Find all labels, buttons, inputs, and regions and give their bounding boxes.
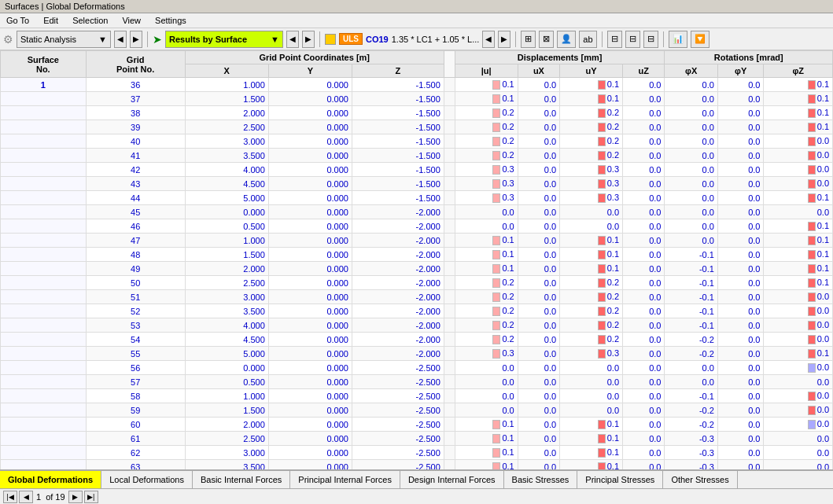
table-cell: -2.000 xyxy=(352,276,444,290)
dropdown-arrow-icon: ▼ xyxy=(98,35,107,44)
filter-btn[interactable]: 🔽 xyxy=(691,31,710,48)
table-cell: 0.0 xyxy=(623,446,665,460)
table-cell: -2.500 xyxy=(352,361,444,375)
table-row: 445.0000.000-1.5000.30.00.30.00.00.00.1 xyxy=(1,191,833,205)
view-btn-4[interactable]: ab xyxy=(579,31,596,48)
table-container[interactable]: SurfaceNo. GridPoint No. Grid Point Coor… xyxy=(0,50,833,469)
th-y: Y xyxy=(268,64,352,78)
spacer-cell xyxy=(444,234,455,248)
table-cell: 0.2 xyxy=(455,333,518,347)
table-cell xyxy=(1,234,87,248)
table-cell: 58 xyxy=(86,389,185,403)
prev-result-btn[interactable]: ◀ xyxy=(286,31,299,48)
menu-bar: Go To Edit Selection View Settings xyxy=(0,13,833,28)
menu-view[interactable]: View xyxy=(119,15,144,26)
next-analysis-btn[interactable]: ▶ xyxy=(130,31,142,48)
th-displacements-group: Displacements [mm] xyxy=(455,51,665,64)
table-cell: 0.0 xyxy=(518,375,559,389)
table-cell: 0.0 xyxy=(560,403,623,418)
view-btn-6[interactable]: ⊟ xyxy=(625,31,640,48)
table-cell: 0.0 xyxy=(518,304,559,318)
table-cell: 0.000 xyxy=(268,403,352,418)
table-cell: 0.0 xyxy=(764,163,833,177)
table-cell xyxy=(1,248,87,262)
color-bar xyxy=(598,307,606,316)
table-row: 1361.0000.000-1.5000.10.00.10.00.00.00.1 xyxy=(1,78,833,92)
table-cell: 0.0 xyxy=(764,403,833,418)
menu-selection[interactable]: Selection xyxy=(69,15,111,26)
bottom-tabs: Global DeformationsLocal DeformationsBas… xyxy=(0,469,833,488)
color-bar xyxy=(492,193,500,203)
table-cell: 2.000 xyxy=(185,262,268,276)
table-cell: -0.3 xyxy=(665,460,717,470)
table-cell: 0.0 xyxy=(717,262,764,276)
table-cell: 0.1 xyxy=(560,78,623,92)
table-cell: 0.0 xyxy=(518,318,559,333)
next-combo-btn[interactable]: ▶ xyxy=(498,31,510,48)
color-bar xyxy=(492,109,500,118)
th-ux: uX xyxy=(518,64,559,78)
prev-page-btn[interactable]: ◀ xyxy=(19,491,33,503)
table-cell: 55 xyxy=(86,347,185,361)
table-cell: 60 xyxy=(86,418,185,432)
table-cell xyxy=(1,347,87,361)
table-cell: 1 xyxy=(1,78,87,92)
table-cell: 0.2 xyxy=(560,276,623,290)
table-cell: 0.0 xyxy=(623,78,665,92)
next-result-btn[interactable]: ▶ xyxy=(302,31,315,48)
spacer-cell xyxy=(444,432,455,446)
spacer-cell xyxy=(444,149,455,163)
table-cell: 0.2 xyxy=(560,290,623,304)
table-cell: 0.000 xyxy=(268,163,352,177)
table-cell: 0.000 xyxy=(268,418,352,432)
table-cell: 3.000 xyxy=(185,134,268,149)
bottom-tab-principal-stresses[interactable]: Principal Stresses xyxy=(577,471,663,488)
bottom-tab-other-stresses[interactable]: Other Stresses xyxy=(663,471,737,488)
prev-combo-btn[interactable]: ◀ xyxy=(482,31,495,48)
export-btn[interactable]: 📊 xyxy=(669,31,687,48)
table-cell: -2.000 xyxy=(352,304,444,318)
view-btn-1[interactable]: ⊞ xyxy=(521,31,536,48)
color-bar xyxy=(492,448,500,458)
bottom-tab-design-internal-forces[interactable]: Design Internal Forces xyxy=(400,471,504,488)
bottom-tab-global-deformations[interactable]: Global Deformations xyxy=(0,471,101,488)
table-row: 403.0000.000-1.5000.20.00.20.00.00.00.0 xyxy=(1,134,833,149)
menu-goto[interactable]: Go To xyxy=(3,15,32,26)
color-bar xyxy=(808,307,816,316)
bottom-tab-basic-internal-forces[interactable]: Basic Internal Forces xyxy=(193,471,290,488)
next-page-btn[interactable]: ▶ xyxy=(68,491,83,503)
view-btn-5[interactable]: ⊟ xyxy=(607,31,622,48)
table-cell: 1.000 xyxy=(185,234,268,248)
table-cell: 59 xyxy=(86,403,185,418)
bottom-tab-local-deformations[interactable]: Local Deformations xyxy=(101,471,193,488)
table-cell: 0.0 xyxy=(455,361,518,375)
spacer-cell xyxy=(444,304,455,318)
last-page-btn[interactable]: ▶| xyxy=(84,491,98,503)
spacer-cell xyxy=(444,460,455,470)
table-cell: 0.2 xyxy=(455,304,518,318)
color-bar xyxy=(492,137,500,146)
view-btn-3[interactable]: 👤 xyxy=(557,31,576,48)
table-cell: 4.000 xyxy=(185,163,268,177)
color-bar xyxy=(808,193,816,203)
results-dropdown[interactable]: Results by Surface ▼ xyxy=(165,31,283,48)
table-cell: 1.000 xyxy=(185,389,268,403)
table-cell: 38 xyxy=(86,106,185,120)
table-cell: 0.1 xyxy=(764,78,833,92)
table-cell: 41 xyxy=(86,149,185,163)
table-cell: 0.0 xyxy=(717,418,764,432)
bottom-tab-principal-internal-forces[interactable]: Principal Internal Forces xyxy=(290,471,400,488)
analysis-dropdown[interactable]: Static Analysis ▼ xyxy=(17,31,111,48)
table-cell: 0.0 xyxy=(623,304,665,318)
view-btn-7[interactable]: ⊟ xyxy=(643,31,658,48)
table-cell: 0.2 xyxy=(560,149,623,163)
bottom-tab-basic-stresses[interactable]: Basic Stresses xyxy=(504,471,578,488)
first-page-btn[interactable]: |◀ xyxy=(3,491,17,503)
view-btn-2[interactable]: ⊠ xyxy=(539,31,554,48)
table-cell: 0.0 xyxy=(665,191,717,205)
menu-settings[interactable]: Settings xyxy=(152,15,190,26)
prev-analysis-btn[interactable]: ◀ xyxy=(114,31,127,48)
table-cell: 0.0 xyxy=(623,234,665,248)
table-cell: 3.500 xyxy=(185,460,268,470)
menu-edit[interactable]: Edit xyxy=(40,15,61,26)
